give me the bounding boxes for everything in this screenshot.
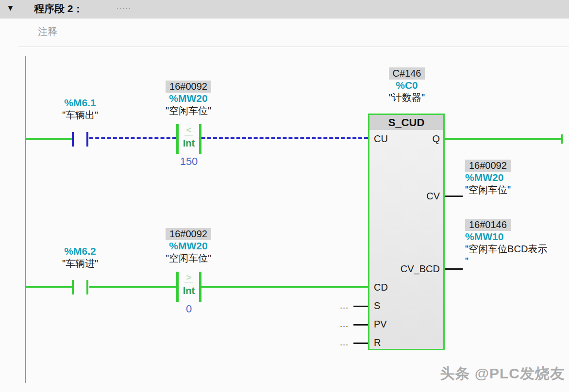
compare1-labels: 16#0092 %MW20 "空闲车位" [152,81,225,117]
pin-cv-bcd[interactable]: CV_BCD [401,263,440,275]
wire-rung2-compare-to-block [201,286,368,288]
cv-operand-labels: 16#0092 %MW20 "空闲车位" [465,160,511,196]
compare1-value[interactable]: 150 [164,155,214,168]
cv-bcd-name-line1[interactable]: "空闲车位BCD表示 [465,243,547,256]
pin-s[interactable]: S [374,300,380,311]
wire-pin-s-stub [353,306,368,307]
wire-cv-bcd-stub [445,268,463,270]
compare2-labels: 16#0092 %MW20 "空闲车位" [152,228,225,265]
compare1-operator[interactable]: < [184,125,193,136]
contact-m6-1-left-bar[interactable] [72,132,74,147]
cv-name[interactable]: "空闲车位" [465,183,511,196]
contact-m6-1-name[interactable]: "车辆出" [44,109,117,122]
counter-block-title: S_CUD [369,115,443,130]
wire-rung1-compare-to-block [201,137,368,139]
compare2-value[interactable]: 0 [164,303,214,315]
pin-cu[interactable]: CU [374,133,388,145]
contact-m6-1-right-bar[interactable] [86,132,88,147]
comment-separator [18,47,569,47]
pin-pv-unassigned[interactable]: ... [340,319,349,329]
compare2-address[interactable]: %MW20 [152,240,225,252]
contact-m6-2-name[interactable]: "车辆进" [44,257,117,270]
compare1-right-bar[interactable] [199,124,201,154]
contact-m6-1-address[interactable]: %M6.1 [44,97,117,109]
wire-q-end-tick [561,134,563,144]
wire-pin-pv-stub [353,324,368,326]
compare2-monitor-value: 16#0092 [166,228,211,240]
counter-labels: C#146 %C0 "计数器" [370,67,443,104]
pin-cd[interactable]: CD [374,282,388,293]
ladder-editor: ▼ 程序段 2： ..... 注释 %M6.1 "车辆出" < Int 150 … [0,0,569,392]
counter-address[interactable]: %C0 [370,80,443,91]
wire-rung1-rail-to-contact [26,138,72,140]
watermark: 头条 @PLC发烧友 [440,364,565,384]
contact-m6-1-labels: %M6.1 "车辆出" [44,97,117,122]
counter-monitor-value: C#146 [389,67,425,80]
pin-q[interactable]: Q [432,133,440,145]
contact-m6-2-left-bar[interactable] [72,280,74,294]
cv-bcd-operand-labels: 16#0146 %MW10 "空闲车位BCD表示 " [465,219,547,267]
compare2-operator[interactable]: > [184,272,193,283]
collapse-triangle-icon[interactable]: ▼ [6,3,15,13]
compare2-operator-wrap: > [179,272,199,283]
contact-m6-2-address[interactable]: %M6.2 [44,245,117,257]
compare1-address[interactable]: %MW20 [152,93,225,104]
wire-rung1-contact-to-compare [89,137,176,139]
compare1-operator-wrap: < [179,125,199,135]
counter-name[interactable]: "计数器" [370,91,443,104]
wire-pin-r-stub [353,343,368,344]
cv-bcd-name-line2[interactable]: " [465,256,547,267]
compare1-datatype[interactable]: Int [179,138,199,149]
pin-r-unassigned[interactable]: ... [340,338,349,348]
network-title-dots[interactable]: ..... [117,2,132,10]
cv-monitor-value: 16#0092 [465,160,511,172]
counter-block-s-cud[interactable]: S_CUD CU Q CV CV_BCD CD S PV R [368,114,445,350]
compare1-monitor-value: 16#0092 [166,81,211,93]
compare1-name[interactable]: "空闲车位" [152,104,225,117]
cv-bcd-monitor-value: 16#0146 [465,219,511,231]
wire-q-output [445,138,562,140]
network-comment[interactable]: 注释 [38,25,57,38]
cv-bcd-address[interactable]: %MW10 [465,231,547,243]
pin-r[interactable]: R [374,337,381,348]
network-header [0,0,569,18]
power-rail [25,56,26,383]
pin-cv[interactable]: CV [426,191,440,202]
wire-cv-stub [445,196,463,197]
cv-address[interactable]: %MW20 [465,172,511,183]
compare2-datatype[interactable]: Int [179,285,199,296]
wire-rung2-contact-to-compare [89,286,176,288]
pin-s-unassigned[interactable]: ... [340,301,349,311]
contact-m6-2-right-bar[interactable] [86,280,88,294]
pin-pv[interactable]: PV [374,319,387,330]
contact-m6-2-labels: %M6.2 "车辆进" [44,245,117,270]
wire-rung2-rail-to-contact [26,286,72,288]
compare2-name[interactable]: "空闲车位" [152,252,225,265]
network-title[interactable]: 程序段 2： [34,2,84,16]
